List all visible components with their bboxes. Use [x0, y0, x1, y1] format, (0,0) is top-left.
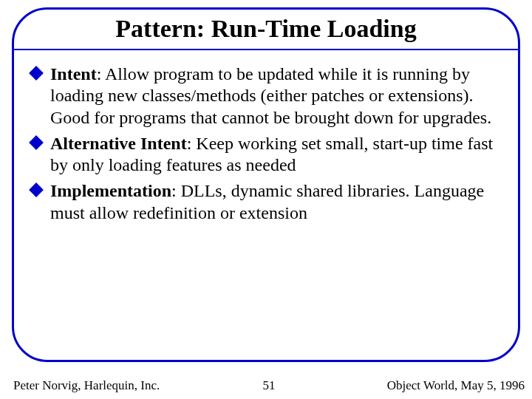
bullet-text: : Allow program to be updated while it i… [50, 64, 491, 127]
slide: Pattern: Run-Time Loading Intent: Allow … [0, 0, 532, 399]
bullet-label: Intent [50, 64, 97, 83]
bullet-item: Implementation: DLLs, dynamic shared lib… [31, 180, 501, 224]
footer-right: Object World, May 5, 1996 [387, 378, 525, 393]
bullet-item: Alternative Intent: Keep working set sma… [31, 133, 501, 177]
title-wrap: Pattern: Run-Time Loading [115, 15, 416, 43]
slide-body: Intent: Allow program to be updated whil… [31, 64, 501, 228]
footer-left: Peter Norvig, Harlequin, Inc. [13, 378, 160, 393]
bullet-item: Intent: Allow program to be updated whil… [31, 64, 501, 129]
footer-page-number: 51 [263, 378, 276, 393]
bullet-label: Implementation [50, 181, 171, 200]
slide-title: Pattern: Run-Time Loading [115, 15, 416, 43]
bullet-diamond-icon [29, 183, 44, 197]
bullet-diamond-icon [29, 135, 44, 150]
title-rule [13, 49, 519, 50]
bullet-label: Alternative Intent [50, 134, 187, 153]
bullet-diamond-icon [29, 66, 44, 81]
